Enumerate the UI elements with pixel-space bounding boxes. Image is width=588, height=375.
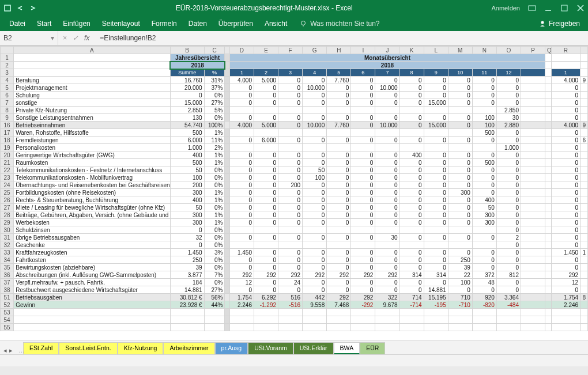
row-pct[interactable]: 0% xyxy=(204,166,225,174)
cell[interactable]: 0 xyxy=(551,99,581,107)
row-sum[interactable]: 0 xyxy=(170,226,204,234)
cell[interactable]: 0 xyxy=(472,249,496,256)
row-pct[interactable]: 0% xyxy=(204,204,225,211)
cell[interactable]: 0 xyxy=(254,92,278,99)
cell[interactable] xyxy=(254,144,278,151)
cell[interactable]: 1.000 xyxy=(496,144,521,151)
row-sum[interactable]: 130 xyxy=(170,114,204,122)
cell[interactable]: 0 xyxy=(303,204,327,211)
cell[interactable]: 5.000 xyxy=(254,122,278,129)
sheet-next-icon[interactable]: ▸ xyxy=(9,347,13,354)
cell[interactable]: 0 xyxy=(327,166,351,174)
cell[interactable]: 0 xyxy=(229,211,254,219)
cell[interactable] xyxy=(581,181,588,189)
cell[interactable]: 292 xyxy=(351,271,375,279)
cell[interactable]: 0 xyxy=(448,122,472,129)
cell[interactable]: 0 xyxy=(551,189,581,196)
cell[interactable] xyxy=(375,241,399,249)
cell[interactable]: 0 xyxy=(399,99,424,107)
cell[interactable] xyxy=(229,107,254,114)
cell[interactable]: 9.678 xyxy=(375,301,399,309)
col-header-I[interactable]: I xyxy=(351,47,375,54)
col-header-L[interactable]: L xyxy=(424,47,448,54)
row-sum[interactable]: 400 xyxy=(170,196,204,204)
cell[interactable]: 0 xyxy=(472,77,496,84)
select-all-cell[interactable] xyxy=(1,47,14,54)
row-label[interactable]: Schuldzinsen xyxy=(14,226,171,234)
cell[interactable]: 0 xyxy=(278,122,303,129)
cell[interactable] xyxy=(424,107,448,114)
cell[interactable] xyxy=(375,144,399,151)
cell[interactable]: 0 xyxy=(551,196,581,204)
cell[interactable] xyxy=(472,226,496,234)
cell[interactable]: 0 xyxy=(303,114,327,122)
cell[interactable]: 0 xyxy=(472,137,496,144)
row-label[interactable]: Beiträge, Gebühren, Abgaben, Versich. (o… xyxy=(14,211,171,219)
cell[interactable]: 0 xyxy=(399,279,424,286)
cell[interactable]: 0 xyxy=(375,189,399,196)
cell[interactable]: 0 xyxy=(303,196,327,204)
cell[interactable]: 0 xyxy=(375,249,399,256)
cell[interactable] xyxy=(375,129,399,137)
sheet-tab-sonstleistentn[interactable]: Sonst.Leist.Entn. xyxy=(59,342,117,354)
cell[interactable]: 0 xyxy=(424,92,448,99)
cell[interactable]: 0 xyxy=(278,84,303,92)
cell[interactable]: 0 xyxy=(303,211,327,219)
cell[interactable] xyxy=(303,144,327,151)
cell[interactable]: 0 xyxy=(551,144,581,151)
cell[interactable] xyxy=(303,241,327,249)
cell[interactable]: 0 xyxy=(351,211,375,219)
cell[interactable]: 0 xyxy=(278,166,303,174)
col-header-J[interactable]: J xyxy=(375,47,399,54)
cell[interactable]: 0 xyxy=(327,84,351,92)
cell[interactable]: 292 xyxy=(278,271,303,279)
cell[interactable] xyxy=(581,211,588,219)
cell[interactable]: 0 xyxy=(327,256,351,264)
cell[interactable]: 0 xyxy=(351,122,375,129)
cell[interactable] xyxy=(254,226,278,234)
cell[interactable] xyxy=(399,144,424,151)
cell[interactable]: 0 xyxy=(424,151,448,159)
cell[interactable]: 0 xyxy=(551,159,581,166)
row-header[interactable]: 29 xyxy=(1,219,14,226)
cell[interactable]: 0 xyxy=(254,159,278,166)
row-pct[interactable]: 44% xyxy=(204,301,225,309)
cell[interactable]: 0 xyxy=(229,256,254,264)
cell[interactable] xyxy=(448,129,472,137)
cell[interactable]: 0 xyxy=(496,99,521,107)
cell[interactable]: 0 xyxy=(375,256,399,264)
cell[interactable]: 0 xyxy=(303,189,327,196)
cell[interactable] xyxy=(581,151,588,159)
cell[interactable]: 0 xyxy=(351,219,375,226)
cell[interactable]: 0 xyxy=(327,279,351,286)
row-header[interactable]: 54 xyxy=(1,316,14,324)
cell[interactable]: 0 xyxy=(254,279,278,286)
row-label[interactable]: Verpfl.mehraufw. + pausch. Fahrtk. xyxy=(14,279,171,286)
ribbon-tab-ansicht[interactable]: Ansicht xyxy=(259,17,293,31)
cell[interactable] xyxy=(424,129,448,137)
row-header[interactable]: 23 xyxy=(1,174,14,181)
cell[interactable]: 0 xyxy=(303,234,327,241)
cell[interactable]: 0 xyxy=(303,159,327,166)
row-label[interactable]: Übernachtungs- und Reisenebenkosten bei … xyxy=(14,181,171,189)
cell[interactable]: 1.450 xyxy=(229,249,254,256)
cell[interactable]: 0 xyxy=(303,151,327,159)
cell[interactable] xyxy=(581,301,588,309)
sheet-tab-kfznutzung[interactable]: Kfz-Nutzung xyxy=(118,342,164,354)
cell[interactable]: 0 xyxy=(424,166,448,174)
cell[interactable]: 7.760 xyxy=(327,77,351,84)
cell[interactable]: 0 xyxy=(399,264,424,271)
cell[interactable]: 0 xyxy=(375,159,399,166)
cell[interactable]: 0 xyxy=(551,241,581,249)
cell[interactable]: 0 xyxy=(278,92,303,99)
cell[interactable]: 0 xyxy=(278,77,303,84)
cell[interactable]: 0 xyxy=(375,196,399,204)
cell[interactable]: 0 xyxy=(327,196,351,204)
cell[interactable]: 6.000 xyxy=(254,137,278,144)
cell[interactable]: 1.754 xyxy=(551,294,581,301)
cell[interactable]: 0 xyxy=(303,256,327,264)
row-sum[interactable]: 0 xyxy=(170,241,204,249)
row-sum[interactable]: 3.877 xyxy=(170,271,204,279)
cell[interactable]: 2.246 xyxy=(229,301,254,309)
cell[interactable]: 0 xyxy=(278,234,303,241)
